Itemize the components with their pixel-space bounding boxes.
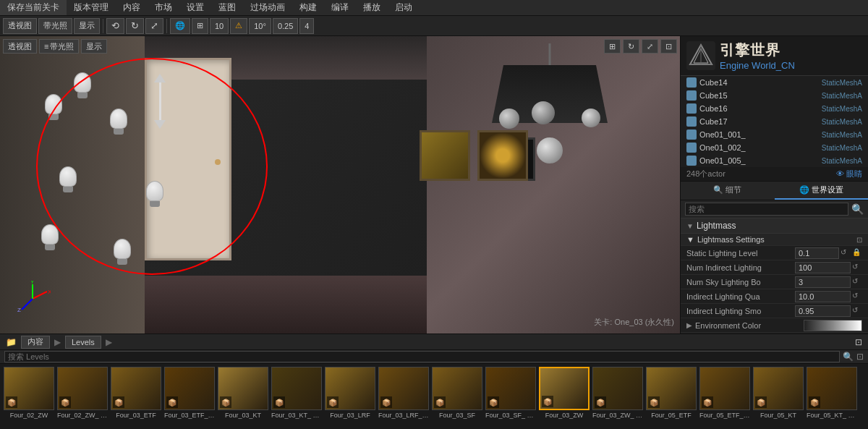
reset-sky-btn[interactable]: ↺	[852, 277, 862, 287]
asset-thumb-inner-7: 📦	[379, 368, 428, 409]
transform-btn[interactable]: ⟲	[106, 18, 124, 34]
reset-static-btn[interactable]: ↺	[841, 248, 851, 258]
surface-snap-btn[interactable]: ⊞	[192, 18, 208, 34]
content-btn[interactable]: 内容	[21, 336, 50, 349]
scale-val-btn[interactable]: 0.25	[273, 18, 298, 34]
menu-launch[interactable]: 启动	[388, 0, 420, 15]
prop-label-indirect: Num Indirect Lighting	[686, 263, 795, 272]
lightmass-settings-header[interactable]: ▼ Lightmass Settings ⊡	[681, 234, 868, 246]
show-btn[interactable]: 显示	[74, 18, 100, 34]
menu-save[interactable]: 保存当前关卡	[0, 0, 67, 15]
chandelier-ball-main	[537, 137, 563, 163]
bulb-glass	[74, 72, 91, 93]
menu-play[interactable]: 播放	[356, 0, 388, 15]
tab-detail[interactable]: 🔍 细节	[681, 182, 775, 200]
show-flags-btn[interactable]: ≡ 带光照	[39, 39, 79, 54]
asset-label-10: Four_03_ZW	[539, 412, 590, 419]
content-search-input[interactable]	[4, 351, 840, 362]
prop-val-indirect[interactable]: 100	[795, 262, 851, 273]
asset-item-6[interactable]: 📦Four_03_LRF	[324, 367, 376, 419]
menu-build[interactable]: 构建	[292, 0, 324, 15]
asset-item-1[interactable]: 📦Four_02_ZW_ BuiltData	[56, 367, 109, 419]
outliner-item-type-2: StaticMeshA	[822, 92, 862, 100]
asset-item-5[interactable]: 📦Four_03_KT_ BuiltData	[271, 367, 323, 419]
scale-btn[interactable]: ⤢	[145, 18, 163, 34]
outliner-item-cube14[interactable]: Cube14 StaticMeshA	[681, 76, 868, 89]
prop-val-smooth[interactable]: 0.95	[795, 305, 851, 317]
env-color-swatch[interactable]	[804, 320, 862, 331]
asset-item-2[interactable]: 📦Four_03_ETF	[110, 367, 162, 419]
prop-val-qual[interactable]: 10.0	[795, 291, 851, 302]
reset-indirect-btn[interactable]: ↺	[852, 263, 862, 273]
3d-viewport[interactable]: X Y Z 透视图 ≡ 带光照 显示 ⊞ ↻ ⤢ ⊡ 关卡	[0, 36, 680, 334]
asset-item-0[interactable]: 📦Four_02_ZW	[3, 367, 55, 419]
asset-item-15[interactable]: 📦Four_05_KT_ BuiltData	[806, 367, 858, 419]
outliner-panel: Cube14 StaticMeshA Cube15 StaticMeshA Cu…	[681, 76, 868, 181]
content-filter-icon: ⊡	[856, 352, 864, 362]
prop-val-sky[interactable]: 3	[795, 276, 851, 288]
asset-item-3[interactable]: 📦Four_03_ETF_ BuiltData	[163, 367, 216, 419]
prop-sky-lighting: Num Sky Lighting Bo 3 ↺	[681, 275, 868, 289]
perspective-btn[interactable]: 透视图	[3, 39, 37, 54]
outliner-item-cube15[interactable]: Cube15 StaticMeshA	[681, 89, 868, 102]
scale-snap-btn[interactable]: ⤢	[642, 39, 658, 54]
asset-item-9[interactable]: 📦Four_03_SF_ BuiltData	[485, 367, 537, 419]
angle-btn[interactable]: 10°	[249, 18, 271, 34]
toolbar-separator	[103, 19, 103, 33]
asset-item-12[interactable]: 📦Four_05_ETF	[645, 367, 697, 419]
menu-content[interactable]: 内容	[116, 0, 148, 15]
mesh-icon-4	[686, 116, 697, 127]
reset-qual-btn[interactable]: ↺	[852, 292, 862, 302]
asset-item-4[interactable]: 📦Four_03_KT	[217, 367, 269, 419]
asset-icon-overlay-3: 📦	[166, 396, 178, 408]
menu-cutscene[interactable]: 过场动画	[243, 0, 292, 15]
num4-btn[interactable]: 4	[299, 18, 314, 34]
mesh-icon-2	[686, 90, 697, 101]
show-flags-icon: ≡	[44, 42, 48, 51]
asset-item-14[interactable]: 📦Four_05_KT	[752, 367, 804, 419]
lit-mode-btn[interactable]: 带光照	[38, 18, 72, 34]
outliner-item-cube16[interactable]: Cube16 StaticMeshA	[681, 102, 868, 115]
menu-version[interactable]: 版本管理	[67, 0, 116, 15]
viewport-mode-btn[interactable]: 透视图	[3, 18, 37, 34]
asset-item-11[interactable]: 📦Four_03_ZW_ BuiltData	[592, 367, 644, 419]
menu-blueprint[interactable]: 蓝图	[211, 0, 243, 15]
asset-browser: 📦Four_02_ZW📦Four_02_ZW_ BuiltData📦Four_0…	[0, 364, 868, 429]
asset-item-8[interactable]: 📦Four_03_SF	[431, 367, 483, 419]
asset-icon-overlay-7: 📦	[380, 396, 392, 408]
property-search-input[interactable]	[685, 203, 848, 216]
outliner-item-one01-001[interactable]: One01_001_ StaticMeshA	[681, 128, 868, 141]
levels-btn[interactable]: Levels	[65, 336, 101, 349]
coord-axes: X Y Z	[14, 281, 51, 319]
outliner-item-one01-005[interactable]: One01_005_ StaticMeshA	[681, 154, 868, 167]
asset-icon-overlay-11: 📦	[595, 396, 606, 408]
chandelier-ball-2	[532, 101, 555, 124]
rotate-snap-btn[interactable]: ↻	[623, 39, 639, 54]
rotate-btn[interactable]: ↻	[126, 18, 144, 34]
menu-marketplace[interactable]: 市场	[148, 0, 179, 15]
menu-compile[interactable]: 编译	[324, 0, 356, 15]
asset-item-10[interactable]: 📦Four_03_ZW	[538, 367, 590, 419]
reset-smooth-btn[interactable]: ↺	[852, 306, 862, 316]
outliner-item-name-6: One01_002_	[699, 143, 746, 152]
detail-tabs: 🔍 细节 🌐 世界设置	[681, 181, 868, 200]
menu-settings[interactable]: 设置	[179, 0, 211, 15]
asset-icon-overlay-2: 📦	[113, 396, 124, 408]
door-knob	[215, 159, 221, 165]
asset-thumb-inner-1: 📦	[58, 368, 107, 409]
prop-val-static[interactable]: 0.1	[795, 247, 839, 259]
display-btn[interactable]: 显示	[81, 39, 107, 54]
asset-item-13[interactable]: 📦Four_05_ETF_ BuiltData	[699, 367, 751, 419]
grid-num-btn[interactable]: 10	[210, 18, 229, 34]
asset-thumb-inner-10: 📦	[540, 368, 588, 409]
warning-btn[interactable]: ⚠	[230, 18, 247, 34]
outliner-item-one01-002[interactable]: One01_002_ StaticMeshA	[681, 141, 868, 154]
world-local-btn[interactable]: 🌐	[170, 18, 190, 34]
grid-snap-btn[interactable]: ⊞	[604, 39, 621, 54]
asset-item-7[interactable]: 📦Four_03_LRF_ BuiltData	[378, 367, 430, 419]
tab-world-settings[interactable]: 🌐 世界设置	[775, 182, 869, 200]
outliner-item-cube17[interactable]: Cube17 StaticMeshA	[681, 115, 868, 128]
eye-toggle[interactable]: 👁 眼睛	[836, 169, 862, 179]
maximize-btn[interactable]: ⊡	[660, 39, 677, 54]
lightmass-header[interactable]: ▼ Lightmass	[681, 218, 868, 234]
